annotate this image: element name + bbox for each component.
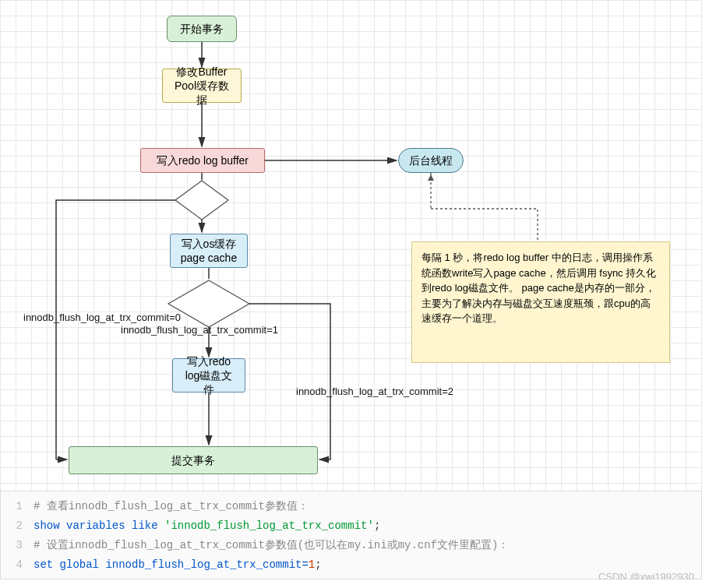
annotation-note: 每隔 1 秒，将redo log buffer 中的日志，调用操作系统函数wri… (411, 241, 670, 363)
svg-marker-0 (175, 181, 228, 220)
node-commit-transaction: 提交事务 (69, 446, 318, 474)
node-write-os-page-cache: 写入os缓存 page cache (170, 234, 248, 268)
node-start-transaction: 开始事务 (167, 16, 237, 42)
code-line-1: 1 # 查看innodb_flush_log_at_trx_commit参数值： (1, 496, 701, 516)
watermark: CSDN @xwj1992930 (598, 571, 694, 579)
code-punct: ; (315, 558, 321, 571)
node-modify-buffer-pool: 修改Buffer Pool缓存数据 (162, 69, 242, 103)
code-comment: # 设置innodb_flush_log_at_trx_commit参数值(也可… (34, 539, 509, 551)
flow-diagram: 开始事务 修改Buffer Pool缓存数据 写入redo log buffer… (0, 0, 702, 491)
code-number: 1 (309, 558, 315, 571)
node-write-redo-log-buffer: 写入redo log buffer (140, 148, 265, 173)
node-write-redo-log-disk: 写入redo log磁盘文件 (172, 358, 245, 393)
code-line-2: 2 show variables like 'innodb_flush_log_… (1, 516, 701, 535)
code-keyword: set global innodb_flush_log_at_trx_commi… (34, 558, 309, 571)
code-comment: # 查看innodb_flush_log_at_trx_commit参数值： (34, 500, 309, 512)
node-background-thread: 后台线程 (398, 148, 464, 173)
label-commit-1: innodb_flush_log_at_trx_commit=1 (121, 324, 278, 336)
svg-line-6 (56, 445, 67, 459)
code-line-3: 3 # 设置innodb_flush_log_at_trx_commit参数值(… (1, 535, 701, 555)
code-keyword: show variables like (34, 519, 164, 532)
gutter: 2 (1, 519, 34, 532)
code-string: 'innodb_flush_log_at_trx_commit' (164, 519, 374, 532)
code-block: 1 # 查看innodb_flush_log_at_trx_commit参数值：… (0, 491, 702, 579)
label-commit-0: innodb_flush_log_at_trx_commit=0 (23, 312, 181, 323)
code-line-4: 4 set global innodb_flush_log_at_trx_com… (1, 555, 701, 574)
svg-marker-13 (428, 174, 434, 181)
gutter: 3 (1, 539, 34, 551)
code-punct: ; (374, 519, 380, 532)
gutter: 4 (1, 558, 34, 571)
gutter: 1 (1, 500, 34, 512)
label-commit-2: innodb_flush_log_at_trx_commit=2 (296, 386, 453, 397)
